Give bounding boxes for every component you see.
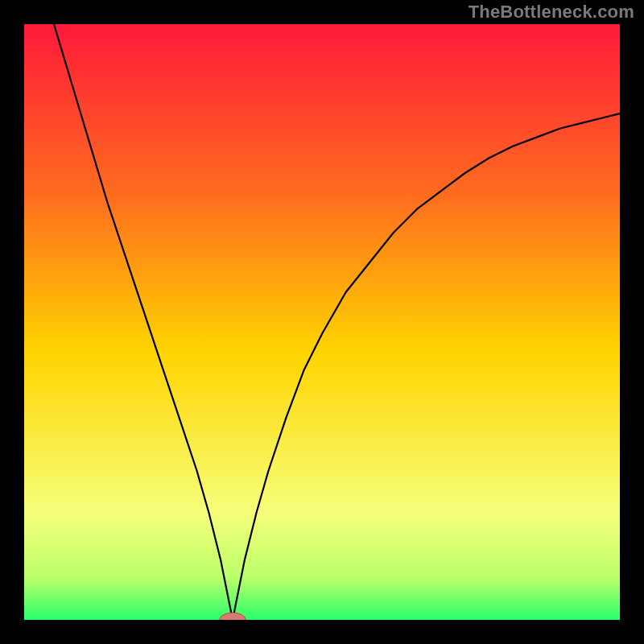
gradient-background <box>24 24 620 620</box>
chart-container: TheBottleneck.com <box>0 0 644 644</box>
chart-svg <box>24 24 620 620</box>
watermark-text: TheBottleneck.com <box>469 2 634 23</box>
plot-area <box>24 24 620 620</box>
